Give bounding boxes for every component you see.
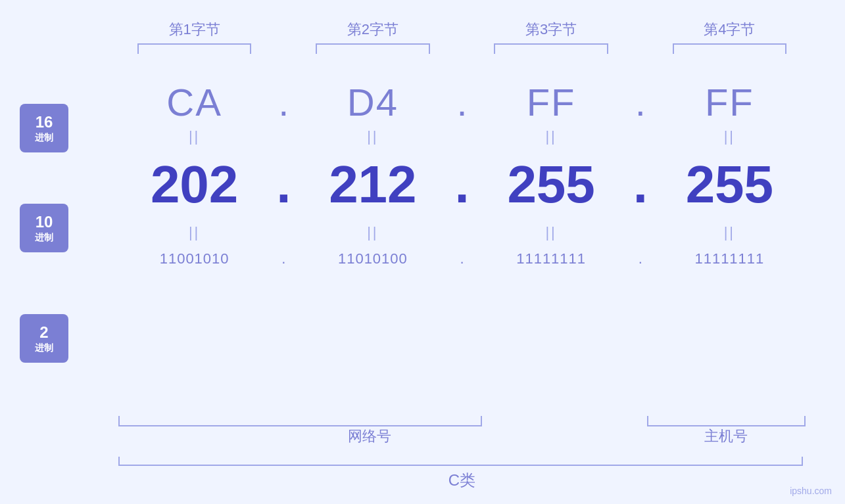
- dot-3: .: [627, 80, 654, 124]
- dot-1: .: [270, 80, 297, 124]
- watermark: ipshu.com: [790, 486, 832, 496]
- class-bracket-area: C类: [39, 457, 806, 491]
- bin-val-1: 11001010: [118, 250, 270, 267]
- dot-bin-2: .: [449, 250, 475, 267]
- dot-bin-1: .: [270, 250, 297, 267]
- byte-headers: 第1字节 第2字节 第3字节 第4字节: [39, 20, 806, 54]
- byte3-header: 第3字节: [525, 20, 577, 39]
- dbar2-sym-2: ||: [367, 224, 378, 241]
- dbar-4: ||: [654, 128, 806, 145]
- content-area: CA . D4 . FF . FF || || || ||: [39, 60, 806, 409]
- dec-val-1: 202: [118, 154, 270, 215]
- host-label: 主机号: [704, 428, 748, 444]
- dot-2: .: [449, 80, 475, 124]
- dbar2-3: ||: [475, 224, 627, 241]
- hex-row: CA . D4 . FF . FF: [118, 80, 806, 124]
- dot-dec-1: .: [270, 154, 297, 215]
- dbar-3: ||: [475, 128, 627, 145]
- main-container: 16 进制 10 进制 2 进制 第1字节 第2字节 第3字节 第4字节: [0, 0, 845, 504]
- dbar-sym-3: ||: [545, 128, 556, 145]
- hex-val-1: CA: [118, 80, 270, 124]
- dbar2-sym-1: ||: [189, 224, 200, 241]
- dbar2-2: ||: [297, 224, 448, 241]
- hex-val-3: FF: [475, 80, 627, 124]
- dbar-sym-1: ||: [189, 128, 200, 145]
- bracket-top-4: [673, 43, 786, 54]
- byte2-header: 第2字节: [347, 20, 398, 39]
- dbar2-1: ||: [118, 224, 270, 241]
- dbar-1: ||: [118, 128, 270, 145]
- dbar-sym-4: ||: [724, 128, 735, 145]
- bracket-top-1: [137, 43, 251, 54]
- byte-col-2: 第2字节: [297, 20, 448, 54]
- dot-dec-3: .: [627, 154, 654, 215]
- byte-col-4: 第4字节: [654, 20, 806, 54]
- bin-val-2: 11010100: [297, 250, 448, 267]
- dec-val-3: 255: [475, 154, 627, 215]
- decimal-row: 202 . 212 . 255 . 255: [118, 154, 806, 215]
- dbar2-sym-3: ||: [545, 224, 556, 241]
- dbar2-4: ||: [654, 224, 806, 241]
- dbar2-sym-4: ||: [724, 224, 735, 241]
- byte-col-3: 第3字节: [475, 20, 627, 54]
- bracket-top-3: [494, 43, 608, 54]
- byte4-header: 第4字节: [704, 20, 755, 39]
- network-label: 网络号: [348, 428, 391, 444]
- network-bracket: [118, 416, 482, 426]
- class-label: C类: [118, 470, 806, 491]
- dec-val-4: 255: [654, 154, 806, 215]
- dbar-2: ||: [297, 128, 448, 145]
- hex-val-4: FF: [654, 80, 806, 124]
- bracket-top-2: [316, 43, 429, 54]
- class-bracket: [118, 457, 803, 466]
- host-bracket: [647, 416, 806, 426]
- hex-val-2: D4: [297, 80, 448, 124]
- network-host-area: 网络号 主机号: [39, 416, 806, 446]
- byte-col-1: 第1字节: [118, 20, 270, 54]
- byte1-header: 第1字节: [169, 20, 220, 39]
- bin-val-3: 11111111: [475, 250, 627, 267]
- dot-dec-2: .: [449, 154, 475, 215]
- dec-val-2: 212: [297, 154, 448, 215]
- dbar-sym-2: ||: [367, 128, 378, 145]
- double-bar-row-1: || || || ||: [118, 128, 806, 145]
- nh-label-row: 网络号 主机号: [118, 426, 806, 446]
- dot-bin-3: .: [627, 250, 654, 267]
- binary-row: 11001010 . 11010100 . 11111111 . 1111111…: [118, 250, 806, 267]
- double-bar-row-2: || || || ||: [118, 224, 806, 241]
- bin-val-4: 11111111: [654, 250, 806, 267]
